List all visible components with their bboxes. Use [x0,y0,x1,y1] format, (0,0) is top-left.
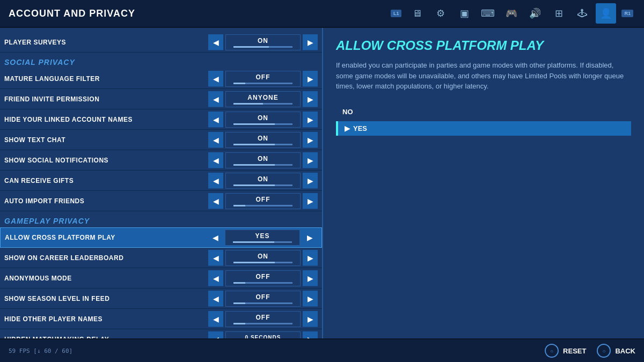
show-social-left-btn[interactable]: ◀ [208,152,223,168]
cross-platform-control: ◀ YES ▶ [208,230,317,246]
setting-row-hide-players: HIDE OTHER PLAYER NAMES ◀ OFF ▶ [0,309,322,329]
mature-language-right-btn[interactable]: ▶ [303,71,318,87]
setting-row-receive-gifts: CAN RECEIVE GIFTS ◀ ON ▶ [0,171,322,191]
matchmaking-delay-control: ◀ 0 Seconds ▶ [208,331,318,339]
auto-import-right-btn[interactable]: ▶ [303,193,318,209]
career-leaderboard-value: ON [258,253,268,260]
setting-row-show-social: SHOW SOCIAL NOTIFICATIONS ◀ ON ▶ [0,150,322,171]
friend-invite-control: ◀ ANYONE ▶ [208,91,318,107]
nav-icon-display[interactable]: ▣ [454,3,474,24]
fps-counter: 59 FPS [↓ 60 / 60] [9,348,72,354]
reset-label: RESET [563,347,586,355]
matchmaking-delay-value-box: 0 Seconds [225,331,301,339]
mature-language-control: ◀ OFF ▶ [208,71,318,87]
player-surveys-control: ◀ ON ▶ [208,34,318,50]
nav-icon-controller1[interactable]: 🎮 [501,3,522,24]
hide-players-left-btn[interactable]: ◀ [208,311,223,327]
show-social-value: ON [258,155,268,162]
setting-row-matchmaking-delay: HIDDEN MATCHMAKING DELAY ◀ 0 Seconds ▶ [0,329,322,338]
cross-platform-left-btn[interactable]: ◀ [208,230,223,246]
gameplay-privacy-header: GAMEPLAY PRIVACY [0,211,322,227]
player-surveys-value-box: ON [225,34,301,50]
career-leaderboard-label: SHOW ON CAREER LEADERBOARD [4,254,208,262]
receive-gifts-control: ◀ ON ▶ [208,173,318,189]
matchmaking-delay-right-btn[interactable]: ▶ [303,331,318,339]
reset-icon: ○ [545,344,559,358]
player-surveys-label: PLAYER SURVEYS [4,39,208,46]
cross-platform-right-btn[interactable]: ▶ [302,230,317,246]
season-level-slider [233,302,292,304]
friend-invite-value: ANYONE [247,94,278,101]
r1-badge[interactable]: R1 [621,10,633,17]
setting-row-hide-linked: HIDE YOUR LINKED ACCOUNT NAMES ◀ ON ▶ [0,109,322,130]
nav-icon-network[interactable]: ⊞ [548,3,569,24]
season-level-control: ◀ OFF ▶ [208,291,318,307]
show-text-chat-slider [233,144,292,145]
option-list: NO ▶YES [336,105,631,136]
option-no[interactable]: NO [336,105,631,119]
hide-linked-value-box: ON [225,112,301,128]
setting-row-auto-import: AUTO IMPORT FRIENDS ◀ OFF ▶ [0,191,322,211]
cross-platform-slider [233,241,292,243]
mature-language-value-box: OFF [225,71,301,87]
receive-gifts-right-btn[interactable]: ▶ [303,173,318,189]
setting-row-cross-platform[interactable]: ALLOW CROSS PLATFORM PLAY ◀ YES ▶ [0,227,322,248]
social-privacy-header: SOCIAL PRIVACY [0,53,322,69]
nav-icon-gamepad[interactable]: 🕹 [572,3,592,24]
hide-players-slider [233,323,292,324]
setting-row-career-leaderboard: SHOW ON CAREER LEADERBOARD ◀ ON ▶ [0,248,322,268]
right-panel: ALLOW CROSS PLATFORM PLAY If enabled you… [323,28,644,338]
player-surveys-value: ON [258,37,268,45]
nav-icon-monitor[interactable]: 🖥 [407,3,427,24]
auto-import-value-box: OFF [225,193,301,209]
nav-icon-speaker[interactable]: 🔊 [525,3,545,24]
option-yes[interactable]: ▶YES [336,121,631,136]
l1-badge[interactable]: L1 [391,10,402,17]
nav-icon-keyboard[interactable]: ⌨ [478,3,498,24]
auto-import-left-btn[interactable]: ◀ [208,193,223,209]
hide-linked-control: ◀ ON ▶ [208,112,318,128]
friend-invite-right-btn[interactable]: ▶ [303,91,318,107]
option-arrow: ▶ [345,124,350,132]
reset-button[interactable]: ○ RESET [545,344,586,358]
player-surveys-right-btn[interactable]: ▶ [303,34,318,50]
career-leaderboard-value-box: ON [225,250,301,266]
show-text-chat-left-btn[interactable]: ◀ [208,132,223,148]
hide-players-value: OFF [256,314,270,321]
season-level-left-btn[interactable]: ◀ [208,291,223,307]
anonymous-value-box: OFF [225,270,301,286]
anonymous-right-btn[interactable]: ▶ [303,270,318,286]
player-surveys-left-btn[interactable]: ◀ [208,34,223,50]
friend-invite-left-btn[interactable]: ◀ [208,91,223,107]
receive-gifts-left-btn[interactable]: ◀ [208,173,223,189]
anonymous-left-btn[interactable]: ◀ [208,270,223,286]
career-leaderboard-right-btn[interactable]: ▶ [303,250,318,266]
hide-players-label: HIDE OTHER PLAYER NAMES [4,315,208,323]
season-level-right-btn[interactable]: ▶ [303,291,318,307]
receive-gifts-value: ON [258,175,268,183]
left-panel: PLAYER SURVEYS ◀ ON ▶ SOCIAL PRIVACY MAT… [0,28,322,338]
show-text-chat-control: ◀ ON ▶ [208,132,318,148]
career-leaderboard-slider [233,262,292,263]
hide-linked-value: ON [258,114,268,122]
mature-language-value: OFF [256,73,270,81]
mature-language-left-btn[interactable]: ◀ [208,71,223,87]
career-leaderboard-left-btn[interactable]: ◀ [208,250,223,266]
nav-icon-gear[interactable]: ⚙ [430,3,451,24]
career-leaderboard-control: ◀ ON ▶ [208,250,318,266]
matchmaking-delay-left-btn[interactable]: ◀ [208,331,223,339]
player-surveys-slider [233,46,292,48]
show-text-chat-right-btn[interactable]: ▶ [303,132,318,148]
show-social-right-btn[interactable]: ▶ [303,152,318,168]
show-social-control: ◀ ON ▶ [208,152,318,168]
hide-players-right-btn[interactable]: ▶ [303,311,318,327]
show-text-chat-value-box: ON [225,132,301,148]
auto-import-label: AUTO IMPORT FRIENDS [4,197,208,205]
friend-invite-label: FRIEND INVITE PERMISSION [4,95,208,103]
nav-icon-person[interactable]: 👤 [596,3,616,24]
hide-linked-left-btn[interactable]: ◀ [208,112,223,128]
hide-linked-right-btn[interactable]: ▶ [303,112,318,128]
back-button[interactable]: ○ BACK [597,344,635,358]
show-social-slider [233,164,292,166]
auto-import-value: OFF [256,196,270,203]
